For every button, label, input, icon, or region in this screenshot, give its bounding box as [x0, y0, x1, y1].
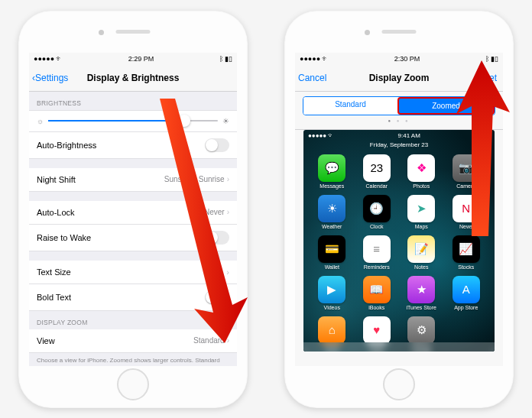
nav-title: Display & Brightness [87, 73, 180, 83]
segment-zoomed[interactable]: Zoomed [397, 97, 495, 115]
settings-screen: ●●●●● ᯤ 2:29 PM ᛒ ▮▯ ‹ Settings Display … [29, 53, 237, 366]
auto-brightness-row[interactable]: Auto-Brightness [29, 132, 237, 159]
wifi-icon: ᯤ [56, 55, 63, 63]
view-row[interactable]: View Standard› [29, 329, 237, 353]
auto-lock-value: Never [204, 208, 225, 216]
raise-to-wake-toggle[interactable] [205, 231, 229, 245]
app-messages[interactable]: 💬Messages [311, 154, 353, 189]
cancel-label: Cancel [298, 73, 326, 83]
display-zoom-footer: Choose a view for iPhone. Zoomed shows l… [29, 353, 237, 366]
app-icon: N [453, 195, 480, 222]
phone-camera [99, 30, 104, 35]
app-label: Videos [324, 305, 340, 310]
app-icon: 📖 [363, 276, 391, 303]
app-icon: ❖ [407, 154, 435, 182]
app-ibooks[interactable]: 📖iBooks [356, 276, 398, 310]
brightness-slider[interactable] [48, 120, 218, 122]
battery-icon: ▮▯ [491, 55, 498, 63]
sun-high-icon: ☀ [222, 117, 229, 125]
cancel-button[interactable]: Cancel [298, 73, 326, 83]
bold-text-label: Bold Text [37, 293, 71, 302]
status-bar: ●●●●● ᯤ 2:30 PM ᛒ ▮▯ [295, 53, 503, 65]
home-button[interactable] [383, 368, 415, 400]
set-label: Set [483, 73, 497, 83]
app-icon: 🕘 [363, 195, 391, 222]
back-button[interactable]: ‹ Settings [32, 73, 68, 83]
status-time: 2:29 PM [128, 55, 154, 63]
app-label: Photos [413, 183, 430, 189]
nav-title: Display Zoom [369, 73, 430, 83]
segmented-control: Standard Zoomed [303, 96, 495, 115]
chevron-right-icon: › [227, 336, 229, 345]
app-news[interactable]: NNews [446, 195, 488, 229]
app-icon: ➤ [407, 195, 435, 222]
phone-speaker [382, 30, 417, 34]
bold-text-toggle[interactable] [205, 290, 229, 304]
app-label: News [459, 224, 473, 229]
app-icon: 23 [363, 154, 391, 182]
app-label: Weather [322, 224, 342, 229]
app-clock[interactable]: 🕘Clock [356, 195, 398, 229]
app-label: App Store [454, 305, 478, 310]
display-zoom-screen: ●●●●● ᯤ 2:30 PM ᛒ ▮▯ Cancel Display Zoom… [295, 53, 503, 366]
app-label: Calendar [366, 183, 388, 189]
text-size-label: Text Size [37, 267, 71, 277]
app-reminders[interactable]: ≡Reminders [356, 235, 398, 270]
back-label: Settings [35, 73, 68, 83]
brightness-header: BRIGHTNESS [29, 92, 237, 110]
preview-date: Friday, September 23 [303, 141, 495, 151]
app-icon: 📷 [453, 154, 480, 182]
night-shift-row[interactable]: Night Shift Sunset to Sunrise› [29, 168, 237, 192]
segmented-control-wrap: Standard Zoomed ● ● ● [295, 92, 503, 130]
iphone-right: ●●●●● ᯤ 2:30 PM ᛒ ▮▯ Cancel Display Zoom… [284, 11, 514, 408]
set-button[interactable]: Set [483, 73, 497, 83]
brightness-slider-row: ☼ ☀ [29, 110, 237, 132]
app-icon: ⚙ [407, 316, 435, 344]
view-label: View [37, 336, 55, 345]
app-maps[interactable]: ➤Maps [401, 195, 443, 229]
bold-text-row[interactable]: Bold Text [29, 284, 237, 311]
chevron-right-icon: › [227, 208, 229, 216]
nav-bar: ‹ Settings Display & Brightness [29, 65, 237, 92]
app-photos[interactable]: ❖Photos [401, 154, 443, 189]
app-icon: ⌂ [318, 316, 345, 344]
auto-brightness-toggle[interactable] [205, 138, 229, 152]
display-zoom-header: DISPLAY ZOOM [29, 311, 237, 329]
battery-icon: ▮▯ [484, 132, 490, 139]
auto-lock-row[interactable]: Auto-Lock Never› [29, 201, 237, 225]
iphone-left: ●●●●● ᯤ 2:29 PM ᛒ ▮▯ ‹ Settings Display … [18, 11, 248, 408]
app-icon: A [453, 276, 480, 303]
app-label: Maps [415, 224, 428, 229]
app-app-store[interactable]: AApp Store [446, 276, 488, 310]
bluetooth-icon: ᛒ [219, 55, 223, 63]
phone-camera [365, 30, 370, 35]
status-bar: ●●●●● ᯤ 2:29 PM ᛒ ▮▯ [29, 53, 237, 65]
app-icon: 💬 [318, 154, 345, 182]
app-icon: ▶ [318, 276, 345, 303]
segment-standard[interactable]: Standard [303, 97, 397, 115]
nav-bar: Cancel Display Zoom Set [295, 65, 503, 92]
app-icon: 📈 [453, 235, 480, 263]
zoom-preview: ●●●●● ᯤ 9:41 AM ▮▯ Friday, September 23 … [303, 130, 495, 352]
auto-brightness-label: Auto-Brightness [37, 141, 96, 150]
app-itunes-store[interactable]: ★iTunes Store [401, 276, 443, 310]
wifi-icon: ᯤ [322, 55, 329, 63]
night-shift-label: Night Shift [37, 175, 76, 184]
raise-to-wake-label: Raise to Wake [37, 233, 91, 242]
app-wallet[interactable]: 💳Wallet [311, 235, 353, 270]
raise-to-wake-row[interactable]: Raise to Wake [29, 225, 237, 251]
app-camera[interactable]: 📷Camera [446, 154, 488, 189]
app-stocks[interactable]: 📈Stocks [446, 235, 488, 270]
dock [303, 342, 495, 352]
app-icon: ≡ [363, 235, 391, 263]
app-weather[interactable]: ☀Weather [311, 195, 353, 229]
app-label: iBooks [368, 305, 384, 310]
app-calendar[interactable]: 23Calendar [356, 154, 398, 189]
app-videos[interactable]: ▶Videos [311, 276, 353, 310]
app-label: Notes [414, 264, 428, 270]
home-button[interactable] [117, 368, 149, 400]
app-notes[interactable]: 📝Notes [401, 235, 443, 270]
signal-icon: ●●●●● ᯤ [308, 132, 334, 139]
sun-low-icon: ☼ [37, 117, 44, 125]
text-size-row[interactable]: Text Size › [29, 261, 237, 284]
